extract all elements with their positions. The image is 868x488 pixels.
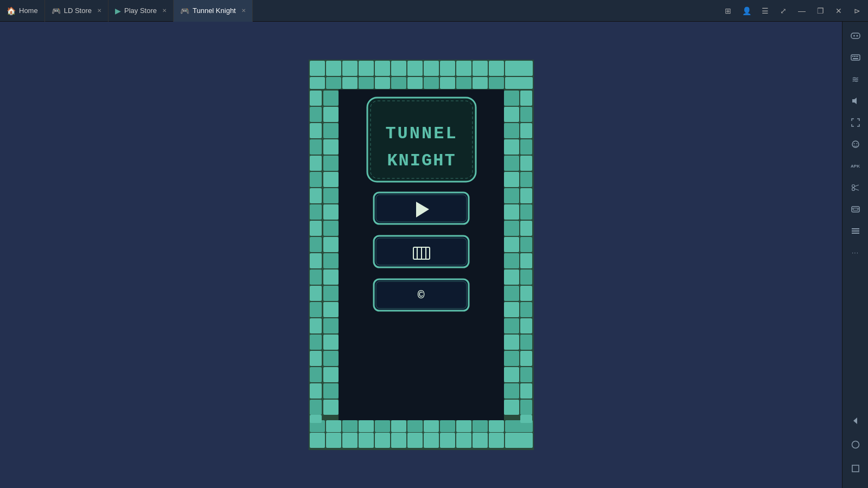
svg-rect-141 (504, 383, 519, 399)
svg-rect-87 (323, 172, 339, 187)
svg-point-198 (852, 441, 859, 448)
svg-rect-41 (440, 433, 455, 448)
svg-marker-182 (852, 98, 857, 104)
svg-rect-44 (489, 433, 504, 448)
svg-rect-128 (504, 172, 519, 187)
svg-rect-36 (359, 433, 374, 448)
svg-rect-30 (489, 77, 504, 89)
user-toolbar-icon[interactable]: 👤 (738, 2, 755, 20)
volume-down-icon[interactable] (846, 91, 865, 111)
settings-icon[interactable] (846, 221, 865, 241)
svg-rect-114 (520, 286, 532, 301)
svg-point-184 (853, 143, 854, 144)
svg-rect-35 (342, 433, 358, 448)
svg-rect-196 (852, 233, 859, 234)
close-window-button[interactable]: ✕ (830, 2, 847, 20)
svg-rect-75 (310, 318, 322, 333)
restore-button[interactable]: ❐ (812, 2, 829, 20)
svg-rect-52 (391, 420, 406, 432)
svg-rect-89 (323, 204, 339, 220)
svg-marker-197 (853, 418, 857, 424)
svg-rect-55 (440, 420, 455, 432)
shake-icon[interactable]: ≋ (846, 69, 865, 89)
svg-rect-27 (440, 77, 455, 89)
svg-rect-111 (520, 237, 532, 252)
keyboard-icon[interactable] (846, 48, 865, 67)
svg-rect-172 (851, 33, 860, 38)
svg-point-186 (852, 185, 854, 188)
svg-rect-37 (375, 433, 390, 448)
close-play-store[interactable]: ✕ (162, 8, 167, 14)
svg-rect-63 (310, 123, 322, 138)
svg-rect-38 (391, 433, 406, 448)
close-ld-store[interactable]: ✕ (97, 8, 101, 14)
svg-rect-139 (504, 351, 519, 366)
minimize-button[interactable]: — (793, 2, 810, 20)
svg-rect-18 (518, 61, 533, 76)
fullscreen-icon[interactable] (846, 113, 865, 132)
svg-rect-132 (504, 237, 519, 252)
more-options-icon[interactable]: ··· (846, 243, 865, 262)
controller-icon[interactable] (846, 26, 865, 46)
svg-rect-91 (323, 237, 339, 252)
svg-rect-90 (323, 221, 339, 236)
back-arrow-icon[interactable] (846, 411, 865, 431)
detach-button[interactable]: ⊳ (848, 2, 866, 20)
close-tunnel-knight[interactable]: ✕ (241, 8, 246, 14)
svg-rect-195 (852, 230, 859, 232)
main-content: // This will be handled inline via JS be… (0, 22, 842, 488)
svg-rect-10 (391, 61, 406, 76)
svg-rect-180 (857, 56, 858, 57)
svg-rect-49 (342, 420, 358, 432)
menu-toolbar-icon[interactable]: ☰ (756, 2, 774, 20)
svg-rect-142 (504, 400, 519, 415)
svg-rect-116 (520, 318, 532, 333)
tab-play-store[interactable]: ▶ Play Store ✕ (108, 0, 174, 22)
tab-ld-store[interactable]: 🎮 LD Store ✕ (45, 0, 108, 22)
controller-toolbar-icon[interactable]: ⊞ (719, 2, 737, 20)
svg-rect-40 (424, 433, 439, 448)
scissors-icon[interactable] (846, 178, 865, 197)
svg-rect-29 (473, 77, 488, 89)
expand-toolbar-icon[interactable]: ⤢ (775, 2, 792, 20)
svg-rect-34 (326, 433, 341, 448)
svg-rect-42 (456, 433, 471, 448)
svg-rect-20 (326, 77, 341, 89)
svg-rect-26 (424, 77, 439, 89)
svg-rect-80 (310, 400, 322, 415)
svg-rect-179 (856, 56, 857, 57)
svg-rect-16 (489, 61, 504, 76)
svg-rect-94 (323, 286, 339, 301)
svg-rect-28 (456, 77, 471, 89)
svg-rect-66 (310, 172, 322, 187)
svg-rect-107 (520, 172, 532, 187)
capture-icon[interactable] (846, 200, 865, 219)
svg-rect-104 (520, 123, 532, 138)
apk-icon[interactable]: APK (846, 156, 865, 176)
svg-rect-57 (473, 420, 488, 432)
tab-tunnel-knight[interactable]: 🎮 Tunnel Knight ✕ (174, 0, 253, 22)
square-recent-icon[interactable] (846, 459, 865, 478)
face-recognition-icon[interactable] (846, 134, 865, 154)
svg-rect-39 (407, 433, 423, 448)
svg-rect-5 (310, 61, 325, 76)
svg-rect-88 (323, 188, 339, 203)
svg-rect-58 (489, 420, 504, 432)
tab-home[interactable]: 🏠 Home (0, 0, 45, 22)
home-circle-icon[interactable] (846, 435, 865, 454)
svg-rect-9 (375, 61, 390, 76)
svg-rect-121 (520, 400, 532, 415)
svg-rect-119 (520, 367, 532, 382)
svg-rect-126 (504, 139, 519, 155)
svg-rect-48 (326, 420, 341, 432)
svg-text:KNIGHT: KNIGHT (387, 151, 456, 171)
svg-rect-19 (310, 77, 325, 89)
svg-rect-130 (504, 204, 519, 220)
svg-rect-96 (323, 318, 339, 333)
tunnel-knight-icon: 🎮 (180, 7, 189, 15)
svg-rect-72 (310, 269, 322, 285)
window-controls: ⊞ 👤 ☰ ⤢ — ❐ ✕ ⊳ (719, 2, 868, 20)
svg-line-188 (854, 185, 859, 187)
svg-rect-127 (504, 156, 519, 171)
svg-line-189 (854, 189, 859, 190)
